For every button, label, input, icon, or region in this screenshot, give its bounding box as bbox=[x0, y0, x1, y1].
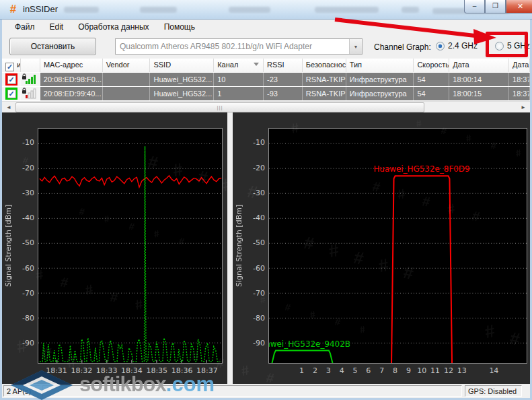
background-ghost-text bbox=[140, 7, 177, 13]
cell-channel: 1 bbox=[214, 87, 264, 100]
column-header-date[interactable]: Дата bbox=[449, 59, 509, 72]
network-shape-Huawei_HG532e_8F0D9 bbox=[391, 176, 452, 363]
channel-graph-ytick: -60 bbox=[247, 264, 265, 273]
column-header-icon[interactable] bbox=[21, 59, 40, 72]
network-shape-Huawei_HG532e_9402B bbox=[272, 351, 332, 363]
cell-mac: 20:08:ED:99:40... bbox=[40, 87, 103, 100]
horizontal-scrollbar[interactable]: ◄ ||| ► bbox=[2, 101, 530, 112]
cell-channel: 10 bbox=[214, 73, 264, 86]
app-window: # inSSIDer – ❐ ✕ ФайлEditОбработка данны… bbox=[0, 0, 532, 400]
time-graph-xtick: 18:34 bbox=[121, 366, 143, 375]
time-graph-xtick: 18:37 bbox=[196, 366, 218, 375]
table-row[interactable]: ✓ 20:08:ED:99:40...Huawei_HG532...1-93RS… bbox=[2, 86, 530, 100]
cell-ssid: Huawei_HG532... bbox=[150, 87, 214, 100]
table-row[interactable]: ✓ 20:08:ED:98:F0...Huawei_HG532...10-23R… bbox=[2, 72, 530, 86]
radio-5ghz-label: 5 GHz bbox=[507, 41, 530, 51]
window-controls: – ❐ ✕ bbox=[464, 0, 532, 13]
menu-item-3[interactable]: Помощь bbox=[158, 20, 201, 34]
column-header-mac[interactable]: MAC-адрес bbox=[40, 59, 103, 72]
status-spacer bbox=[42, 385, 462, 397]
time-graph-ytick: -20 bbox=[16, 164, 34, 172]
channel-graph-ytick: -80 bbox=[247, 314, 265, 323]
channel-graph-ytick: -70 bbox=[247, 289, 265, 298]
cell-date2: 18:37 bbox=[509, 73, 530, 86]
cell-mac: 20:08:ED:98:F0... bbox=[40, 73, 103, 86]
channel-graph-xtick: 12 bbox=[444, 366, 453, 375]
row-color-swatch: ✓ bbox=[5, 88, 17, 100]
time-graph-ytick: -10 bbox=[16, 138, 34, 147]
adapter-select-value: Qualcomm Atheros AR9485 802.11b/g/n WiFi… bbox=[116, 42, 349, 51]
close-button[interactable]: ✕ bbox=[506, 0, 532, 13]
time-graph-panel: Signal Strength [dBm]-10-20-30-40-50-60-… bbox=[2, 112, 227, 384]
background-ghost-text bbox=[315, 7, 379, 13]
row-color-swatch: ✓ bbox=[5, 73, 17, 86]
channel-graph-plot: Huawei_HG532e_8F0D9Huawei_HG532e_9402B bbox=[268, 128, 527, 364]
column-header-security[interactable]: Безопасность bbox=[303, 59, 346, 72]
cell-speed: 54 bbox=[414, 73, 449, 86]
radio-5ghz[interactable]: 5 GHz bbox=[495, 41, 530, 51]
menu-item-0[interactable]: Файл bbox=[9, 20, 41, 34]
channel-graph-ytick: -90 bbox=[247, 339, 265, 347]
row-checkbox[interactable]: ✓ bbox=[7, 75, 16, 84]
table-header: ✓иMAC-адресVendorSSIDКаналRSSIБезопаснос… bbox=[2, 59, 530, 72]
background-ghost-text bbox=[229, 7, 270, 13]
channel-graph-xtick: 8 bbox=[393, 366, 397, 375]
scroll-right-icon[interactable]: ► bbox=[518, 102, 529, 112]
signal-strength-icon bbox=[22, 73, 37, 85]
cell-date: 18:00:14 bbox=[449, 73, 509, 86]
radio-24ghz[interactable]: 2.4 GHz bbox=[436, 41, 478, 51]
cell-rssi: -93 bbox=[264, 87, 303, 100]
channel-graph-xtick: 14 bbox=[489, 366, 498, 375]
channel-graph-ytick: -20 bbox=[247, 164, 265, 172]
time-graph-ytick: -40 bbox=[16, 213, 34, 222]
column-header-channel[interactable]: Канал bbox=[214, 59, 264, 72]
column-header-rssi[interactable]: RSSI bbox=[264, 59, 303, 72]
cell-date2: 18:37 bbox=[509, 87, 530, 100]
radio-5ghz-circle[interactable] bbox=[495, 42, 504, 51]
radio-24ghz-circle[interactable] bbox=[436, 42, 445, 51]
time-graph-xtick: 18:31 bbox=[46, 366, 67, 375]
cell-date: 18:00:15 bbox=[449, 87, 509, 100]
channel-graph-panel: Signal Strength [dBm]-10-20-30-40-50-60-… bbox=[233, 112, 530, 384]
channel-graph-ytick: -40 bbox=[247, 213, 265, 222]
time-graph-plot bbox=[38, 128, 223, 364]
column-header-check[interactable]: ✓и bbox=[2, 59, 21, 72]
channel-graph-xtick: 11 bbox=[430, 366, 440, 375]
background-ghost-text bbox=[64, 7, 99, 13]
menu-item-1[interactable]: Edit bbox=[44, 20, 70, 34]
time-graph-xtick: 18:33 bbox=[96, 366, 118, 375]
titlebar[interactable]: # inSSIDer – ❐ ✕ bbox=[0, 0, 532, 20]
scrollbar-thumb[interactable]: ||| bbox=[15, 102, 424, 112]
network-table: ✓иMAC-адресVendorSSIDКаналRSSIБезопаснос… bbox=[2, 59, 530, 101]
channel-graph-xtick: 6 bbox=[366, 366, 371, 375]
column-header-speed[interactable]: Скорость bbox=[414, 59, 449, 72]
cell-speed: 54 bbox=[414, 87, 449, 100]
cell-ssid: Huawei_HG532... bbox=[150, 73, 214, 86]
network-label: Huawei_HG532e_9402B bbox=[268, 339, 350, 349]
select-all-checkbox[interactable]: ✓ bbox=[5, 63, 14, 71]
chevron-down-icon[interactable]: ▼ bbox=[349, 39, 362, 54]
channel-graph-ytick: -10 bbox=[247, 138, 265, 147]
row-checkbox[interactable]: ✓ bbox=[7, 90, 16, 98]
panel-divider[interactable] bbox=[227, 112, 233, 384]
column-header-type[interactable]: Тип bbox=[346, 59, 414, 72]
column-header-date2[interactable]: Дата bbox=[509, 59, 530, 72]
window-title: inSSIDer bbox=[23, 4, 58, 14]
channel-graph-ytick: -50 bbox=[247, 238, 265, 247]
cell-security: RSNA-TKIP bbox=[303, 87, 346, 100]
time-graph-ytick: -60 bbox=[16, 264, 34, 273]
minimize-button[interactable]: – bbox=[464, 0, 485, 13]
row-select-cell: ✓ bbox=[2, 87, 21, 100]
column-header-ssid[interactable]: SSID bbox=[150, 59, 214, 72]
menu-item-2[interactable]: Обработка данных bbox=[72, 20, 155, 34]
column-header-vendor[interactable]: Vendor bbox=[103, 59, 151, 72]
app-icon: # bbox=[7, 3, 19, 15]
time-graph-ytick: -30 bbox=[16, 189, 34, 197]
channel-graph-xtick: 7 bbox=[379, 366, 384, 375]
channel-graph-xtick: 3 bbox=[326, 366, 331, 375]
stop-button[interactable]: Остановить bbox=[9, 38, 96, 55]
scroll-left-icon[interactable]: ◄ bbox=[3, 102, 14, 112]
channel-graph-xtick: 9 bbox=[406, 366, 411, 375]
adapter-select[interactable]: Qualcomm Atheros AR9485 802.11b/g/n WiFi… bbox=[115, 38, 363, 55]
maximize-button[interactable]: ❐ bbox=[485, 0, 506, 13]
